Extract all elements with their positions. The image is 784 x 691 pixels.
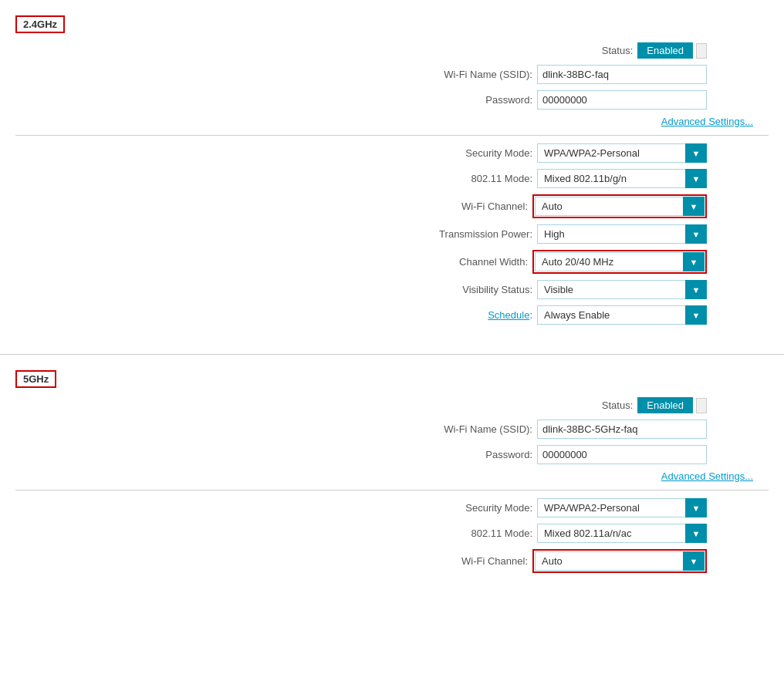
wifi-mode-select-5[interactable]: Mixed 802.11a/n/ac 802.11a only 802.11n …: [537, 524, 707, 543]
password-input-24[interactable]: [537, 90, 707, 110]
section-5ghz: 5GHz Status: Enabled Wi-Fi Name (SSID): …: [0, 362, 784, 595]
ssid-label-5: Wi-Fi Name (SSID):: [394, 423, 532, 435]
channel-width-highlight-24: Auto 20/40 MHz 20 MHz only ▼: [532, 250, 707, 274]
password-label-24: Password:: [394, 94, 532, 106]
security-mode-row-24: Security Mode: WPA/WPA2-Personal WPA2-Pe…: [15, 143, 769, 163]
advanced-row-24: Advanced Settings...: [15, 116, 769, 127]
wifi-channel-select-24[interactable]: Auto 123 456 789 1011: [535, 197, 705, 216]
schedule-select-wrapper-24: Always Enable Custom ▼: [537, 305, 707, 325]
security-mode-select-5[interactable]: WPA/WPA2-Personal WPA2-Personal WEP None: [537, 498, 707, 517]
visibility-row-24: Visibility Status: Visible Hidden ▼: [15, 280, 769, 299]
divider-5-1: [15, 490, 769, 490]
ssid-input-24[interactable]: [537, 65, 707, 84]
status-button-5[interactable]: Enabled: [637, 397, 693, 413]
channel-width-row-24: Channel Width: Auto 20/40 MHz 20 MHz onl…: [15, 250, 769, 274]
wifi-mode-select-wrapper-5: Mixed 802.11a/n/ac 802.11a only 802.11n …: [537, 524, 707, 543]
advanced-link-24[interactable]: Advanced Settings...: [661, 116, 769, 127]
status-container-5: Enabled: [637, 397, 707, 413]
wifi-channel-highlight-5: Auto 364044 48149153 157161 ▼: [532, 549, 707, 573]
band-5ghz-header: 5GHz: [15, 370, 56, 388]
password-input-5[interactable]: [537, 445, 707, 464]
status-button-24[interactable]: Enabled: [637, 42, 693, 59]
schedule-select-24[interactable]: Always Enable Custom: [537, 305, 707, 325]
wifi-mode-select-wrapper-24: Mixed 802.11b/g/n 802.11b only 802.11g o…: [537, 169, 707, 188]
security-mode-select-24[interactable]: WPA/WPA2-Personal WPA2-Personal WEP None: [537, 143, 707, 163]
password-label-5: Password:: [394, 449, 532, 460]
advanced-row-5: Advanced Settings...: [15, 470, 769, 482]
wifi-mode-row-24: 802.11 Mode: Mixed 802.11b/g/n 802.11b o…: [15, 169, 769, 188]
wifi-mode-row-5: 802.11 Mode: Mixed 802.11a/n/ac 802.11a …: [15, 524, 769, 543]
channel-width-select-24[interactable]: Auto 20/40 MHz 20 MHz only: [535, 252, 705, 271]
visibility-select-24[interactable]: Visible Hidden: [537, 280, 707, 299]
wifi-channel-select-wrapper-24: Auto 123 456 789 1011 ▼: [535, 197, 705, 216]
wifi-mode-label-5: 802.11 Mode:: [394, 528, 532, 539]
page: 2.4GHz Status: Enabled Wi-Fi Name (SSID)…: [0, 0, 784, 691]
status-indicator-5: [696, 398, 707, 413]
security-mode-select-wrapper-5: WPA/WPA2-Personal WPA2-Personal WEP None…: [537, 498, 707, 517]
status-row-24: Status: Enabled: [15, 42, 769, 59]
status-label-24: Status:: [494, 45, 633, 56]
divider-sections: [0, 354, 784, 355]
section-24ghz: 2.4GHz Status: Enabled Wi-Fi Name (SSID)…: [0, 8, 784, 346]
wifi-channel-row-24: Wi-Fi Channel: Auto 123 456 789 1011 ▼: [15, 194, 769, 218]
tx-power-select-24[interactable]: High Medium Low: [537, 224, 707, 244]
tx-power-row-24: Transmission Power: High Medium Low ▼: [15, 224, 769, 244]
visibility-label-24: Visibility Status:: [394, 284, 532, 295]
security-mode-select-wrapper-24: WPA/WPA2-Personal WPA2-Personal WEP None…: [537, 143, 707, 163]
status-row-5: Status: Enabled: [15, 397, 769, 413]
status-container-24: Enabled: [637, 42, 707, 59]
wifi-channel-select-wrapper-5: Auto 364044 48149153 157161 ▼: [535, 551, 705, 571]
ssid-input-5[interactable]: [537, 420, 707, 439]
schedule-link-24[interactable]: Schedule: [488, 309, 529, 321]
security-mode-label-24: Security Mode:: [394, 147, 532, 159]
ssid-row-24: Wi-Fi Name (SSID):: [15, 65, 769, 84]
wifi-channel-label-24: Wi-Fi Channel:: [389, 201, 528, 212]
password-row-24: Password:: [15, 90, 769, 110]
status-label-5: Status:: [494, 399, 633, 411]
wifi-mode-label-24: 802.11 Mode:: [394, 173, 532, 184]
tx-power-label-24: Transmission Power:: [394, 228, 532, 240]
wifi-channel-highlight-24: Auto 123 456 789 1011 ▼: [532, 194, 707, 218]
divider-24-1: [15, 135, 769, 136]
wifi-mode-select-24[interactable]: Mixed 802.11b/g/n 802.11b only 802.11g o…: [537, 169, 707, 188]
ssid-row-5: Wi-Fi Name (SSID):: [15, 420, 769, 439]
password-row-5: Password:: [15, 445, 769, 464]
status-indicator-24: [696, 43, 707, 59]
security-mode-row-5: Security Mode: WPA/WPA2-Personal WPA2-Pe…: [15, 498, 769, 517]
channel-width-label-24: Channel Width:: [389, 256, 528, 268]
wifi-channel-label-5: Wi-Fi Channel:: [389, 555, 528, 567]
advanced-link-5[interactable]: Advanced Settings...: [661, 470, 769, 482]
wifi-channel-row-5: Wi-Fi Channel: Auto 364044 48149153 1571…: [15, 549, 769, 573]
band-24ghz-header: 2.4GHz: [15, 15, 65, 33]
schedule-label-24: Schedule:: [394, 309, 532, 321]
schedule-row-24: Schedule: Always Enable Custom ▼: [15, 305, 769, 325]
security-mode-label-5: Security Mode:: [394, 502, 532, 514]
tx-power-select-wrapper-24: High Medium Low ▼: [537, 224, 707, 244]
ssid-label-24: Wi-Fi Name (SSID):: [394, 69, 532, 80]
visibility-select-wrapper-24: Visible Hidden ▼: [537, 280, 707, 299]
channel-width-select-wrapper-24: Auto 20/40 MHz 20 MHz only ▼: [535, 252, 705, 271]
wifi-channel-select-5[interactable]: Auto 364044 48149153 157161: [535, 551, 705, 571]
